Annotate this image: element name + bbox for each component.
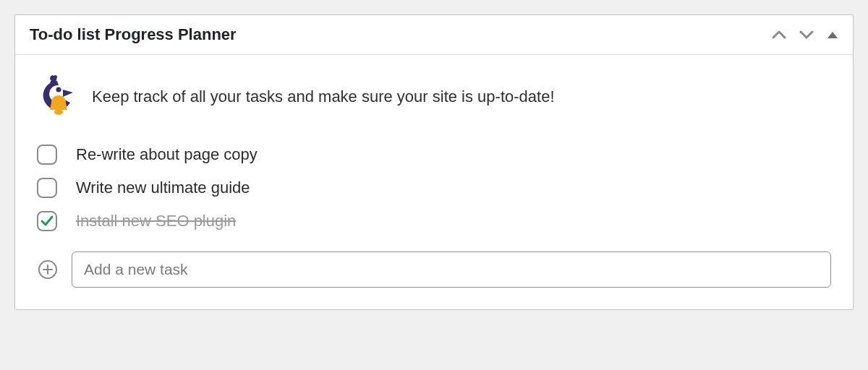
widget-header: To-do list Progress Planner <box>15 15 853 55</box>
task-checkbox[interactable] <box>37 211 57 231</box>
todo-widget: To-do list Progress Planner <box>14 14 854 310</box>
progress-planner-logo-icon <box>37 74 77 120</box>
task-checkbox[interactable] <box>37 145 57 165</box>
widget-body: Keep track of all your tasks and make su… <box>15 55 853 309</box>
task-label: Install new SEO plugin <box>76 212 236 231</box>
task-label: Re-write about page copy <box>76 145 258 164</box>
task-label: Write new ultimate guide <box>76 178 250 197</box>
intro-row: Keep track of all your tasks and make su… <box>37 74 831 120</box>
intro-text: Keep track of all your tasks and make su… <box>92 86 555 108</box>
move-up-icon[interactable] <box>772 30 786 40</box>
add-task-input[interactable] <box>72 251 831 288</box>
task-checkbox[interactable] <box>37 178 57 198</box>
svg-point-1 <box>54 109 63 115</box>
task-row: Install new SEO plugin <box>37 211 831 231</box>
svg-point-0 <box>56 87 61 92</box>
task-row: Write new ultimate guide <box>37 178 831 198</box>
task-row: Re-write about page copy <box>37 145 831 165</box>
widget-controls <box>772 30 838 40</box>
collapse-icon[interactable] <box>827 30 838 39</box>
widget-title: To-do list Progress Planner <box>30 25 237 44</box>
add-task-row <box>37 251 831 288</box>
task-list: Re-write about page copy Write new ultim… <box>37 145 831 231</box>
add-task-icon[interactable] <box>37 259 59 280</box>
move-down-icon[interactable] <box>799 30 814 40</box>
